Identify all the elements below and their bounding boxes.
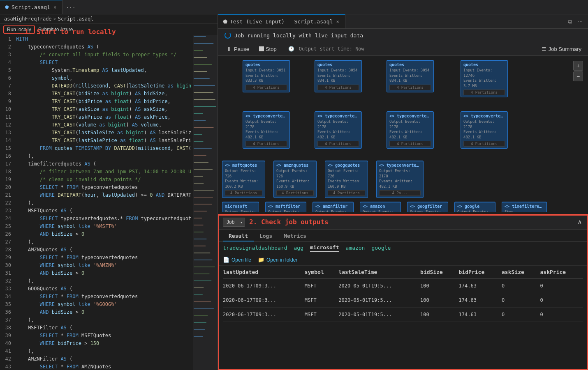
node-msftfilter[interactable]: <> msftfilter Output Events: 726Events W… bbox=[265, 202, 306, 212]
output-tabs: tradesignaldashboard agg microsoft amazo… bbox=[218, 242, 588, 254]
output-tab-google[interactable]: google bbox=[371, 244, 391, 252]
bottom-tabs: Result Logs Metrics bbox=[218, 230, 588, 242]
tab-metrics[interactable]: Metrics bbox=[278, 231, 312, 241]
bottom-header: Job 2. Check job outputs ∧ bbox=[218, 215, 588, 230]
tab-live-close[interactable]: × bbox=[335, 18, 340, 25]
output-tab-amazon[interactable]: amazon bbox=[345, 244, 365, 252]
code-lines: 1234567891011121314151617181920212223242… bbox=[0, 35, 218, 370]
code-line-25: WHERE symbol like '%MSFT%' bbox=[16, 223, 191, 230]
breadcrumb-sep: > bbox=[53, 16, 56, 22]
cell-1-3: 100 bbox=[420, 293, 458, 308]
zoom-in-button[interactable]: + bbox=[573, 61, 583, 71]
run-locally-button[interactable]: Run locally bbox=[3, 25, 35, 34]
more-actions-button[interactable]: ··· bbox=[576, 17, 585, 26]
code-line-3: /* convert all input fields to proper ty… bbox=[16, 51, 191, 59]
code-line-40: WHERE bidPrice > 150 bbox=[16, 340, 191, 347]
code-line-26: AND bidSize > 0 bbox=[16, 230, 191, 238]
node-quotes-3[interactable]: quotes Input Events: 3054Events Written:… bbox=[387, 60, 434, 92]
editor-panel: asaHighFreqTrade > Script.asaql Run loca… bbox=[0, 14, 218, 370]
table-row: 2020-06-17T09:3...MSFT2020-05-01T19:5...… bbox=[223, 279, 583, 293]
split-editor-button[interactable]: ⧉ bbox=[566, 17, 574, 26]
code-line-31: AND bidSize > 0 bbox=[16, 269, 191, 277]
cell-2-3: 100 bbox=[420, 308, 458, 322]
cell-0-4: 174.63 bbox=[459, 279, 502, 293]
collapse-panel-button[interactable]: ∧ bbox=[576, 217, 583, 227]
node-typeconverted-5[interactable]: <> typeconvertedquot... Output Events: 2… bbox=[376, 161, 424, 198]
tab-result[interactable]: Result bbox=[223, 231, 254, 241]
code-line-16: ), bbox=[16, 152, 191, 160]
main-container: asaHighFreqTrade > Script.asaql Run loca… bbox=[0, 14, 588, 370]
results-table: lastUpdated symbol lastSaleTime bidSize … bbox=[223, 266, 583, 322]
tab-script-label: Script.asaql bbox=[12, 4, 50, 10]
node-google[interactable]: <> google Output Events: 726Events Writt… bbox=[454, 202, 495, 212]
diagram-area: + − quotes Input Events: 3051Events Writ… bbox=[218, 56, 588, 214]
table-row: 2020-06-17T09:3...MSFT2020-05-01T19:5...… bbox=[223, 293, 583, 308]
col-symbol: symbol bbox=[305, 266, 339, 279]
node-microsoft[interactable]: microsoft Output Events: 726Events Writt… bbox=[222, 202, 259, 212]
open-file-icon: 📄 bbox=[223, 257, 229, 263]
job-summary-button[interactable]: ☰ Job Summary bbox=[542, 46, 581, 52]
cell-0-1: MSFT bbox=[305, 279, 339, 293]
breadcrumb-project[interactable]: asaHighFreqTrade bbox=[4, 16, 52, 22]
output-tab-agg[interactable]: agg bbox=[294, 244, 303, 252]
stop-button[interactable]: Stop bbox=[257, 45, 278, 53]
code-line-28: AMZNQuotes AS ( bbox=[16, 246, 191, 254]
cell-1-5: 0 bbox=[502, 293, 540, 308]
cell-2-0: 2020-06-17T09:3... bbox=[223, 308, 305, 322]
node-googquotes[interactable]: <> googquotes Output Events: 726Events W… bbox=[325, 161, 368, 198]
code-line-41: ), bbox=[16, 347, 191, 355]
output-tab-tradesignal[interactable]: tradesignaldashboard bbox=[223, 244, 287, 252]
node-typeconverted-4[interactable]: <> typeconvertedquot... Output Events: 2… bbox=[461, 111, 508, 149]
cell-1-4: 174.63 bbox=[459, 293, 502, 308]
node-msftquotes[interactable]: <> msftquotes Output Events: 726Events W… bbox=[222, 161, 265, 198]
node-quotes-1[interactable]: quotes Input Events: 3051Events Written:… bbox=[243, 60, 290, 92]
node-typeconverted-1[interactable]: <> typeconvertedquot... Output Events: 2… bbox=[243, 111, 290, 149]
tab-overflow-menu[interactable]: ··· bbox=[63, 0, 79, 14]
node-timefilteredquotes[interactable]: <> timefilteredquotes Step 4 Pa... bbox=[502, 202, 547, 212]
code-line-23: MSFTQuotes AS ( bbox=[16, 207, 191, 215]
output-tab-microsoft[interactable]: microsoft bbox=[310, 244, 339, 252]
col-askSize: askSize bbox=[502, 266, 540, 279]
open-file-button[interactable]: 📄 Open file bbox=[223, 257, 251, 263]
breadcrumb-file[interactable]: Script.asaql bbox=[58, 16, 94, 22]
breadcrumb: asaHighFreqTrade > Script.asaql bbox=[0, 14, 218, 24]
step2-label: 2. Check job outputs bbox=[249, 218, 329, 226]
node-googfilter[interactable]: <> googfilter Output Events: 726Events W… bbox=[407, 202, 448, 212]
stop-icon bbox=[259, 46, 264, 51]
right-panel: ⬟ Test (Live Input) - Script.asaql × ⧉ ·… bbox=[218, 14, 588, 370]
job-status-bar: Job running locally with live input data bbox=[218, 29, 588, 42]
line-numbers: 1234567891011121314151617181920212223242… bbox=[0, 35, 14, 370]
table-header-row: lastUpdated symbol lastSaleTime bidSize … bbox=[223, 266, 583, 279]
node-amazon[interactable]: <> amazon Output Events: 726Events Writt… bbox=[360, 202, 401, 212]
code-line-21: WHERE DATEPART(hour, lastUpdated) >= 0 A… bbox=[16, 191, 191, 199]
submit-azure-button[interactable]: Submit to Azure bbox=[38, 27, 73, 32]
open-folder-button[interactable]: 📁 Open in folder bbox=[258, 257, 297, 263]
code-line-18: /* filter between 7am and 1pm PST, 14:00… bbox=[16, 168, 191, 176]
job-select[interactable]: Job bbox=[223, 218, 245, 227]
right-tab-actions: ⧉ ··· bbox=[563, 14, 588, 28]
node-typeconverted-3[interactable]: <> typeconvertedquot... Output Events: 2… bbox=[387, 111, 434, 149]
node-amznquotes[interactable]: <> amznquotes Output Events: 726Events W… bbox=[273, 161, 317, 198]
code-line-9: TRY_CAST(bidPrice as float) AS bidPrice, bbox=[16, 98, 191, 106]
code-line-7: DATEADD(millisecond, CAST(lastSaleTime a… bbox=[16, 82, 191, 90]
code-line-4: SELECT bbox=[16, 59, 191, 67]
code-line-20: SELECT * FROM typeconvertedquotes bbox=[16, 184, 191, 191]
pause-button[interactable]: ⏸ Pause bbox=[225, 45, 251, 53]
col-askPrice: askPrice bbox=[540, 266, 583, 279]
code-line-29: SELECT * FROM typeconvertedquotes bbox=[16, 254, 191, 262]
tab-logs[interactable]: Logs bbox=[254, 231, 278, 241]
zoom-out-button[interactable]: − bbox=[573, 71, 583, 81]
cell-2-2: 2020-05-01T19:5... bbox=[338, 308, 420, 322]
node-quotes-2[interactable]: quotes Input Events: 3054Events Written:… bbox=[315, 60, 362, 92]
code-line-42: AMZNFilter AS ( bbox=[16, 355, 191, 363]
code-content[interactable]: WITH typeconvertedquotes AS ( /* convert… bbox=[14, 35, 193, 370]
node-quotes-4[interactable]: quotes Input Events: 12746Events Written… bbox=[461, 60, 508, 97]
tab-live-input[interactable]: ⬟ Test (Live Input) - Script.asaql × bbox=[218, 14, 345, 28]
cell-0-0: 2020-06-17T09:3... bbox=[223, 279, 305, 293]
tab-script-close[interactable]: × bbox=[53, 4, 57, 11]
node-typeconverted-2[interactable]: <> typeconvertedquot... Output Events: 2… bbox=[315, 111, 362, 149]
node-amznfilter[interactable]: <> amznfilter Output Events: 726Events W… bbox=[313, 202, 354, 212]
code-line-11: TRY_CAST(askPrice as float) AS askPrice, bbox=[16, 113, 191, 121]
zoom-controls: + − bbox=[573, 61, 583, 81]
tab-script[interactable]: ⬟ Script.asaql × bbox=[0, 0, 63, 14]
